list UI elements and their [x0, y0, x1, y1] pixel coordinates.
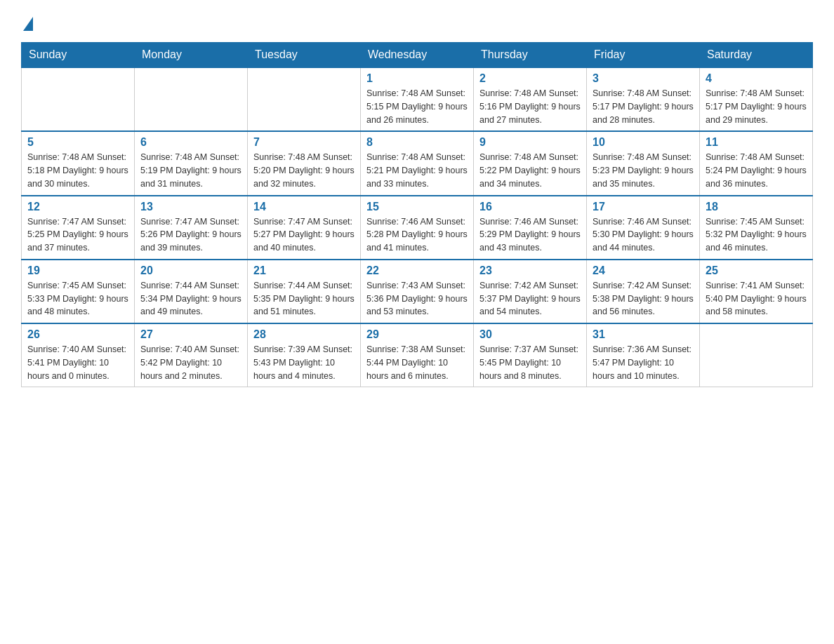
calendar-cell: 2Sunrise: 7:48 AM Sunset: 5:16 PM Daylig…	[474, 67, 587, 131]
day-info: Sunrise: 7:42 AM Sunset: 5:38 PM Dayligh…	[593, 279, 694, 318]
logo	[21, 14, 33, 31]
logo-triangle-icon	[23, 17, 33, 31]
day-info: Sunrise: 7:37 AM Sunset: 5:45 PM Dayligh…	[479, 343, 581, 382]
day-number: 1	[366, 72, 468, 85]
day-number: 31	[593, 328, 694, 341]
day-number: 8	[366, 136, 468, 149]
day-number: 22	[366, 264, 468, 277]
day-number: 25	[706, 264, 807, 277]
calendar-week-row: 26Sunrise: 7:40 AM Sunset: 5:41 PM Dayli…	[22, 323, 813, 387]
day-number: 3	[593, 72, 694, 85]
day-number: 19	[27, 264, 128, 277]
day-info: Sunrise: 7:48 AM Sunset: 5:15 PM Dayligh…	[366, 87, 468, 126]
day-number: 13	[140, 201, 241, 213]
calendar-week-row: 12Sunrise: 7:47 AM Sunset: 5:25 PM Dayli…	[22, 196, 813, 260]
calendar-cell: 11Sunrise: 7:48 AM Sunset: 5:24 PM Dayli…	[700, 131, 813, 195]
calendar-cell: 5Sunrise: 7:48 AM Sunset: 5:18 PM Daylig…	[22, 131, 135, 195]
calendar-cell	[248, 67, 361, 131]
calendar-cell: 13Sunrise: 7:47 AM Sunset: 5:26 PM Dayli…	[135, 196, 248, 260]
calendar-cell: 4Sunrise: 7:48 AM Sunset: 5:17 PM Daylig…	[700, 67, 813, 131]
day-number: 5	[27, 136, 128, 149]
calendar-week-row: 19Sunrise: 7:45 AM Sunset: 5:33 PM Dayli…	[22, 260, 813, 323]
day-info: Sunrise: 7:44 AM Sunset: 5:35 PM Dayligh…	[253, 279, 355, 318]
day-number: 7	[253, 136, 355, 149]
day-info: Sunrise: 7:45 AM Sunset: 5:32 PM Dayligh…	[706, 215, 807, 255]
calendar-cell: 24Sunrise: 7:42 AM Sunset: 5:38 PM Dayli…	[587, 260, 700, 323]
day-number: 18	[706, 201, 807, 213]
day-info: Sunrise: 7:44 AM Sunset: 5:34 PM Dayligh…	[140, 279, 241, 318]
calendar-cell: 1Sunrise: 7:48 AM Sunset: 5:15 PM Daylig…	[361, 67, 474, 131]
calendar-cell: 17Sunrise: 7:46 AM Sunset: 5:30 PM Dayli…	[587, 196, 700, 260]
day-of-week-header: Sunday	[22, 43, 135, 68]
day-number: 14	[253, 201, 355, 213]
calendar-cell: 28Sunrise: 7:39 AM Sunset: 5:43 PM Dayli…	[248, 323, 361, 387]
day-number: 20	[140, 264, 241, 277]
day-of-week-header: Tuesday	[248, 43, 361, 68]
day-number: 9	[479, 136, 581, 149]
day-info: Sunrise: 7:48 AM Sunset: 5:23 PM Dayligh…	[593, 151, 694, 190]
day-info: Sunrise: 7:48 AM Sunset: 5:24 PM Dayligh…	[706, 151, 807, 190]
day-number: 29	[366, 328, 468, 341]
calendar-cell: 26Sunrise: 7:40 AM Sunset: 5:41 PM Dayli…	[22, 323, 135, 387]
calendar-cell: 6Sunrise: 7:48 AM Sunset: 5:19 PM Daylig…	[135, 131, 248, 195]
calendar-cell: 20Sunrise: 7:44 AM Sunset: 5:34 PM Dayli…	[135, 260, 248, 323]
day-info: Sunrise: 7:48 AM Sunset: 5:20 PM Dayligh…	[253, 151, 355, 190]
day-info: Sunrise: 7:48 AM Sunset: 5:18 PM Dayligh…	[27, 151, 128, 190]
day-of-week-header: Saturday	[700, 43, 813, 68]
calendar-cell: 16Sunrise: 7:46 AM Sunset: 5:29 PM Dayli…	[474, 196, 587, 260]
day-info: Sunrise: 7:40 AM Sunset: 5:41 PM Dayligh…	[27, 343, 128, 382]
day-number: 26	[27, 328, 128, 341]
day-info: Sunrise: 7:45 AM Sunset: 5:33 PM Dayligh…	[27, 279, 128, 318]
day-number: 6	[140, 136, 241, 149]
day-of-week-header: Monday	[135, 43, 248, 68]
day-number: 30	[479, 328, 581, 341]
calendar-cell: 31Sunrise: 7:36 AM Sunset: 5:47 PM Dayli…	[587, 323, 700, 387]
calendar-cell: 14Sunrise: 7:47 AM Sunset: 5:27 PM Dayli…	[248, 196, 361, 260]
day-of-week-header: Wednesday	[361, 43, 474, 68]
day-info: Sunrise: 7:48 AM Sunset: 5:17 PM Dayligh…	[706, 87, 807, 126]
day-info: Sunrise: 7:42 AM Sunset: 5:37 PM Dayligh…	[479, 279, 581, 318]
day-number: 12	[27, 201, 128, 213]
calendar-cell: 8Sunrise: 7:48 AM Sunset: 5:21 PM Daylig…	[361, 131, 474, 195]
calendar-cell	[22, 67, 135, 131]
day-info: Sunrise: 7:43 AM Sunset: 5:36 PM Dayligh…	[366, 279, 468, 318]
day-info: Sunrise: 7:48 AM Sunset: 5:16 PM Dayligh…	[479, 87, 581, 126]
day-number: 23	[479, 264, 581, 277]
calendar-cell: 9Sunrise: 7:48 AM Sunset: 5:22 PM Daylig…	[474, 131, 587, 195]
page-header	[21, 14, 813, 31]
day-info: Sunrise: 7:38 AM Sunset: 5:44 PM Dayligh…	[366, 343, 468, 382]
day-info: Sunrise: 7:46 AM Sunset: 5:30 PM Dayligh…	[593, 215, 694, 255]
calendar-cell: 23Sunrise: 7:42 AM Sunset: 5:37 PM Dayli…	[474, 260, 587, 323]
calendar-cell	[135, 67, 248, 131]
day-number: 21	[253, 264, 355, 277]
day-info: Sunrise: 7:47 AM Sunset: 5:25 PM Dayligh…	[27, 215, 128, 255]
day-number: 4	[706, 72, 807, 85]
calendar-header-row: SundayMondayTuesdayWednesdayThursdayFrid…	[22, 43, 813, 68]
day-number: 10	[593, 136, 694, 149]
calendar-cell: 25Sunrise: 7:41 AM Sunset: 5:40 PM Dayli…	[700, 260, 813, 323]
calendar-table: SundayMondayTuesdayWednesdayThursdayFrid…	[21, 42, 813, 387]
calendar-cell: 21Sunrise: 7:44 AM Sunset: 5:35 PM Dayli…	[248, 260, 361, 323]
day-number: 11	[706, 136, 807, 149]
calendar-cell: 7Sunrise: 7:48 AM Sunset: 5:20 PM Daylig…	[248, 131, 361, 195]
day-info: Sunrise: 7:47 AM Sunset: 5:27 PM Dayligh…	[253, 215, 355, 255]
day-number: 2	[479, 72, 581, 85]
day-number: 28	[253, 328, 355, 341]
calendar-week-row: 1Sunrise: 7:48 AM Sunset: 5:15 PM Daylig…	[22, 67, 813, 131]
day-number: 27	[140, 328, 241, 341]
day-info: Sunrise: 7:46 AM Sunset: 5:28 PM Dayligh…	[366, 215, 468, 255]
day-number: 24	[593, 264, 694, 277]
day-info: Sunrise: 7:36 AM Sunset: 5:47 PM Dayligh…	[593, 343, 694, 382]
day-info: Sunrise: 7:47 AM Sunset: 5:26 PM Dayligh…	[140, 215, 241, 255]
calendar-week-row: 5Sunrise: 7:48 AM Sunset: 5:18 PM Daylig…	[22, 131, 813, 195]
calendar-cell: 30Sunrise: 7:37 AM Sunset: 5:45 PM Dayli…	[474, 323, 587, 387]
calendar-cell: 29Sunrise: 7:38 AM Sunset: 5:44 PM Dayli…	[361, 323, 474, 387]
calendar-cell: 15Sunrise: 7:46 AM Sunset: 5:28 PM Dayli…	[361, 196, 474, 260]
calendar-cell: 22Sunrise: 7:43 AM Sunset: 5:36 PM Dayli…	[361, 260, 474, 323]
day-info: Sunrise: 7:39 AM Sunset: 5:43 PM Dayligh…	[253, 343, 355, 382]
calendar-cell: 19Sunrise: 7:45 AM Sunset: 5:33 PM Dayli…	[22, 260, 135, 323]
calendar-cell: 3Sunrise: 7:48 AM Sunset: 5:17 PM Daylig…	[587, 67, 700, 131]
day-of-week-header: Thursday	[474, 43, 587, 68]
calendar-cell: 10Sunrise: 7:48 AM Sunset: 5:23 PM Dayli…	[587, 131, 700, 195]
calendar-cell	[700, 323, 813, 387]
